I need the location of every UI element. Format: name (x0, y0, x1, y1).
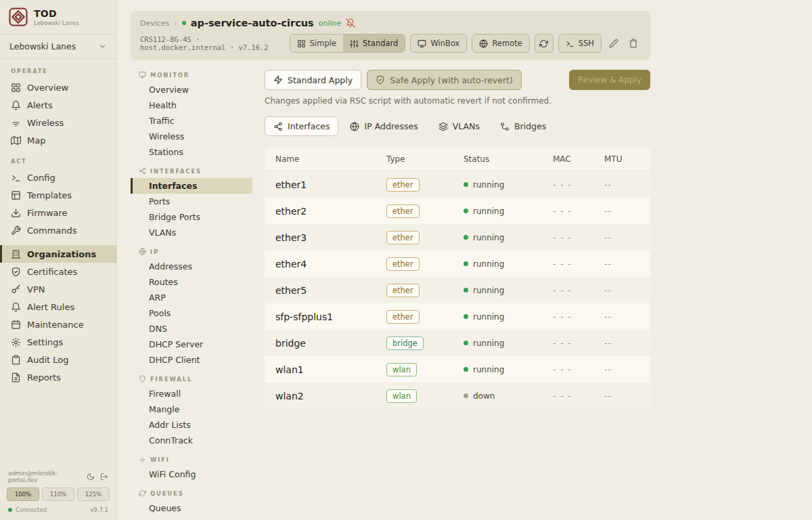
device-nav-item[interactable]: WiFi Config (131, 467, 252, 482)
device-nav-item[interactable]: Pools (131, 305, 252, 321)
table-row[interactable]: wlan1 wlan running - - - -- (265, 356, 650, 383)
ssh-button[interactable]: SSH (558, 34, 602, 53)
branch-icon (500, 122, 510, 131)
device-nav-item[interactable]: ConnTrack (131, 433, 252, 448)
interface-mtu: -- (604, 233, 639, 242)
sidebar-item[interactable]: Maintenance (0, 316, 116, 333)
share-icon (139, 167, 146, 175)
interface-mtu: -- (604, 339, 639, 348)
device-action-button[interactable]: WinBox (410, 34, 467, 53)
sidebar-item[interactable]: Wireless (0, 114, 116, 131)
type-badge: wlan (386, 389, 417, 403)
apply-mode-button[interactable]: Standard Apply (265, 70, 361, 90)
sidebar-item-label: Wireless (27, 118, 64, 128)
org-selector[interactable]: Lebowski Lanes (0, 35, 116, 59)
type-badge: ether (386, 257, 420, 271)
review-apply-button[interactable]: Review & Apply (569, 70, 650, 90)
sidebar-item[interactable]: VPN (0, 280, 116, 298)
sidebar-item-label: Settings (27, 337, 63, 347)
sidebar-item[interactable]: Commands (0, 221, 116, 239)
content-tab[interactable]: Interfaces (265, 116, 338, 136)
device-nav-section: IP Addresses Routes ARP (131, 240, 265, 368)
sidebar-item[interactable]: Firmware (0, 204, 116, 221)
interface-mac: - - - (553, 180, 604, 190)
bell-icon (11, 302, 21, 312)
device-nav-item[interactable]: DHCP Server (131, 337, 252, 352)
table-row[interactable]: sfp-sfpplus1 ether running - - - -- (265, 303, 650, 330)
sidebar-item[interactable]: Certificates (0, 263, 116, 280)
zoom-option[interactable]: 110% (42, 488, 74, 501)
device-nav-item[interactable]: Bridge Ports (131, 209, 252, 225)
device-nav-item[interactable]: DNS (131, 321, 252, 337)
device-nav-item[interactable]: Wireless (131, 129, 252, 144)
device-nav-item[interactable]: ARP (131, 290, 252, 305)
bell-off-icon[interactable] (346, 18, 355, 28)
sidebar-item[interactable]: Overview (0, 79, 116, 96)
zoom-option[interactable]: 100% (7, 488, 39, 501)
type-badge: ether (386, 310, 420, 324)
logout-icon[interactable] (100, 473, 108, 481)
connected-dot (8, 508, 12, 512)
device-nav-item[interactable]: Routes (131, 274, 252, 290)
moon-icon[interactable] (87, 473, 95, 481)
sidebar-item[interactable]: Templates (0, 186, 116, 204)
mode-segment[interactable]: Standard (343, 35, 405, 52)
shield-icon (139, 375, 146, 383)
device-nav-section-text: QUEUES (150, 490, 184, 497)
table-row[interactable]: ether3 ether running - - - -- (265, 224, 650, 251)
device-nav-item[interactable]: Traffic (131, 113, 252, 129)
sidebar-item[interactable]: Alert Rules (0, 298, 116, 316)
table-row[interactable]: ether5 ether running - - - -- (265, 277, 650, 303)
device-nav-item[interactable]: Ports (131, 194, 252, 209)
device-nav-item[interactable]: VLANs (131, 225, 252, 240)
device-nav-item[interactable]: Interfaces (131, 178, 252, 194)
content-tab[interactable]: IP Addresses (341, 116, 426, 136)
zoom-option[interactable]: 125% (77, 488, 110, 501)
sidebar-item[interactable]: Audit Log (0, 351, 116, 368)
interface-name: ether5 (275, 285, 386, 296)
device-nav-item[interactable]: Stations (131, 144, 252, 160)
device-nav-section-label: IP (131, 240, 265, 259)
device-nav-item[interactable]: Overview (131, 82, 252, 98)
clipboard-icon (11, 355, 21, 365)
device-subheader: CRS112-8G-4S · host.docker.internal · v7… (140, 34, 641, 53)
device-nav-item[interactable]: Mangle (131, 402, 252, 417)
apply-mode-button[interactable]: Safe Apply (with auto-revert) (367, 70, 522, 90)
edit-device-button[interactable] (606, 36, 621, 51)
device-action-button[interactable]: Remote (472, 34, 529, 53)
sidebar-item[interactable]: Settings (0, 333, 116, 351)
table-row[interactable]: ether1 ether running - - - -- (265, 171, 650, 198)
refresh-button[interactable] (535, 34, 554, 53)
device-nav-item-label: Pools (149, 308, 171, 318)
device-nav-item[interactable]: Addresses (131, 259, 252, 274)
connected-label: Connected (16, 506, 47, 513)
device-nav-item[interactable]: Health (131, 98, 252, 113)
device-nav-item[interactable]: DHCP Client (131, 352, 252, 368)
zap-icon (273, 75, 283, 85)
sidebar-item[interactable]: Alerts (0, 96, 116, 114)
breadcrumb-devices[interactable]: Devices (140, 19, 169, 28)
interface-type-cell: ether (386, 204, 464, 218)
sidebar-item[interactable]: Config (0, 169, 116, 186)
table-row[interactable]: ether2 ether running - - - -- (265, 198, 650, 224)
device-nav-item[interactable]: Queues (131, 500, 252, 516)
device-nav-item[interactable]: Firewall (131, 386, 252, 402)
monitor-icon (139, 71, 146, 79)
type-badge: ether (386, 178, 420, 192)
sidebar-item[interactable]: Map (0, 131, 116, 149)
delete-device-button[interactable] (626, 36, 641, 51)
sidebar-item[interactable]: Organizations (0, 245, 116, 263)
status-text: down (473, 391, 495, 401)
table-row[interactable]: wlan2 wlan down - - - -- (265, 383, 650, 409)
sidebar-item[interactable]: Reports (0, 368, 116, 386)
status-dot (464, 341, 468, 345)
device-nav-item[interactable]: Addr Lists (131, 417, 252, 433)
table-row[interactable]: bridge bridge running - - - -- (265, 330, 650, 356)
content-tab[interactable]: VLANs (430, 116, 489, 136)
mode-segment[interactable]: Simple (290, 35, 343, 52)
table-row[interactable]: ether4 ether running - - - -- (265, 251, 650, 277)
status-dot (464, 314, 468, 319)
online-status-label: online (319, 19, 342, 28)
device-action-label: Remote (492, 39, 522, 48)
content-tab[interactable]: Bridges (491, 116, 555, 136)
